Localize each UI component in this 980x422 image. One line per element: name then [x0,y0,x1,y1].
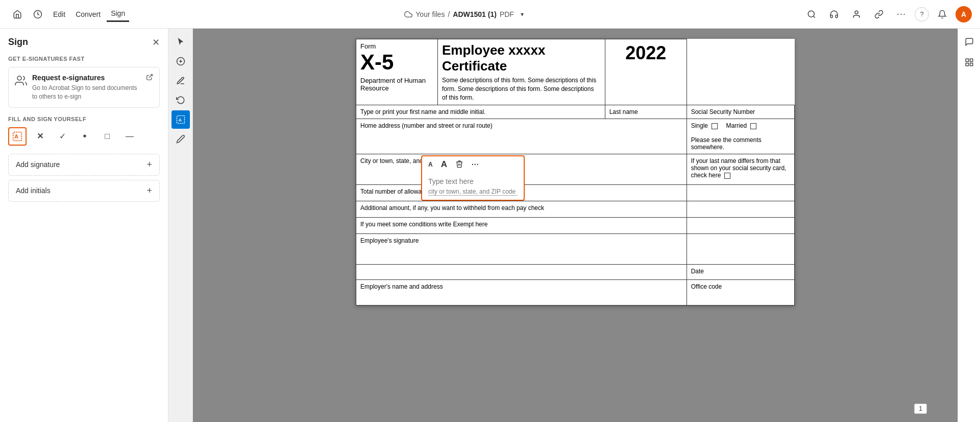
form-year-cell: 2022 [605,39,687,105]
exempt-value-cell [687,218,794,234]
sign-panel: Sign ✕ GET E-SIGNATURES FAST Request e-s… [0,29,168,422]
convert-button[interactable]: Convert [71,7,105,21]
file-name: ADW1501 (1) [453,10,497,18]
line-tool-button[interactable]: — [120,127,139,146]
delete-text-button[interactable] [453,159,465,171]
popup-toolbar: A A ··· [421,155,525,173]
add-signature-row[interactable]: Add signature + [8,154,160,176]
avatar[interactable]: A [955,6,972,22]
help-button[interactable]: ? [915,7,929,21]
employee-sig-cell: Employee's signature [356,234,687,265]
toolbar-right: ··· ? A [802,5,972,24]
path-separator: / [448,10,450,18]
add-initials-row[interactable]: Add initials + [8,180,160,202]
dot-tool-button[interactable]: • [76,127,94,146]
svg-point-1 [808,11,814,17]
svg-text:A: A [14,133,18,139]
form-row-8: Date [356,265,795,280]
form-row-1: Type or print your first name and middle… [356,105,795,119]
add-tool-button[interactable] [172,52,190,71]
marital-status-cell: Single Married Please see the comments s… [687,119,794,154]
file-chevron-button[interactable]: ▾ [517,9,527,19]
text-active-tool-button[interactable]: A [172,110,190,129]
text-tool-button[interactable]: A [8,127,27,146]
form-name-cell: Form X-5 Department of Human Resource [356,39,438,105]
toolbar-center: Your files / ADW1501 (1) PDF ▾ [133,9,798,19]
cross-tool-button[interactable]: ✕ [31,127,49,146]
date-spacer-cell [356,265,687,280]
more-text-options-button[interactable]: ··· [470,159,481,170]
add-initials-plus-icon: + [146,185,152,196]
select-tool-button[interactable] [172,33,190,51]
form-row-6: If you meet some conditions write Exempt… [356,218,795,234]
more-button[interactable]: ··· [892,5,911,24]
last-name-differs-checkbox[interactable] [724,173,730,179]
additional-amount-value-cell [687,201,794,218]
form-row-9: Employer's name and address Office code [356,280,795,306]
nav-left: Edit Convert Sign [8,5,129,24]
form-header-row: Form X-5 Department of Human Resource Em… [356,39,795,105]
page-number: 1 [914,404,927,414]
svg-line-2 [813,16,815,17]
form-row-7: Employee's signature [356,234,795,265]
request-card-desc: Go to Acrobat Sign to send documents to … [32,84,141,101]
pen-tool-button[interactable] [172,72,190,90]
svg-point-3 [855,11,858,14]
employee-sig-value-cell [687,234,794,265]
content-area: A A ··· city or town, state, and ZIP cod… [193,29,958,422]
add-signature-label: Add signature [16,160,60,169]
comments-button[interactable] [960,33,978,51]
vertical-toolbar: A [168,29,193,422]
married-checkbox[interactable] [750,123,756,129]
form-description: Some descriptions of this form. Some des… [442,76,601,102]
check-tool-button[interactable]: ✓ [53,127,71,146]
popup-input-area: city or town, state, and ZIP code [421,173,525,201]
add-signature-plus-icon: + [146,159,152,170]
svg-text:A: A [178,118,182,123]
add-initials-label: Add initials [16,186,51,195]
sign-tool-button[interactable] [172,130,190,148]
rect-tool-button[interactable]: □ [98,127,116,146]
request-card-title: Request e-signatures [32,74,141,82]
form-row-5: Additional amount, if any, you want to w… [356,201,795,218]
home-button[interactable] [8,5,27,24]
right-sidebar [958,29,980,422]
request-esignatures-card[interactable]: Request e-signatures Go to Acrobat Sign … [8,67,160,108]
sign-button[interactable]: Sign [107,6,129,22]
headphone-button[interactable] [825,5,843,24]
file-path: Your files / ADW1501 (1) PDF ▾ [404,9,527,19]
form-row-2: Home address (number and street or rural… [356,119,795,154]
tools-row: A ✕ ✓ • □ — [8,127,160,146]
single-checkbox[interactable] [712,123,718,129]
link-button[interactable] [870,5,888,24]
exempt-cell: If you meet some conditions write Exempt… [356,218,687,234]
main-layout: Sign ✕ GET E-SIGNATURES FAST Request e-s… [0,29,980,422]
office-code-cell: Office code [687,280,794,306]
form-number: X-5 [360,50,433,75]
svg-point-4 [17,76,21,80]
user-profile-button[interactable] [847,5,866,24]
top-toolbar: Edit Convert Sign Your files / ADW1501 (… [0,0,980,29]
additional-amount-cell: Additional amount, if any, you want to w… [356,201,687,218]
edit-button[interactable]: Edit [49,7,69,21]
svg-rect-15 [966,63,968,66]
home-address-cell: Home address (number and street or rural… [356,119,687,154]
popup-underline-text: city or town, state, and ZIP code [428,188,518,196]
search-button[interactable] [802,5,821,24]
form-title: Employee xxxxx Certificate [442,42,601,74]
request-card-icon [15,75,27,90]
loop-tool-button[interactable] [172,91,190,109]
history-button[interactable] [29,5,47,24]
font-small-button[interactable]: A [426,160,435,169]
font-large-button[interactable]: A [439,158,449,171]
text-input-field[interactable] [428,177,518,185]
svg-rect-13 [966,59,968,61]
grid-view-button[interactable] [960,53,978,72]
svg-rect-16 [970,63,972,66]
notifications-button[interactable] [933,5,951,24]
pdf-page: A A ··· city or town, state, and ZIP cod… [356,39,795,306]
last-name-differs-cell: If your last name differs from that show… [687,154,794,185]
file-type: PDF [500,10,514,18]
close-panel-button[interactable]: ✕ [152,38,160,47]
external-link-icon [146,74,153,82]
